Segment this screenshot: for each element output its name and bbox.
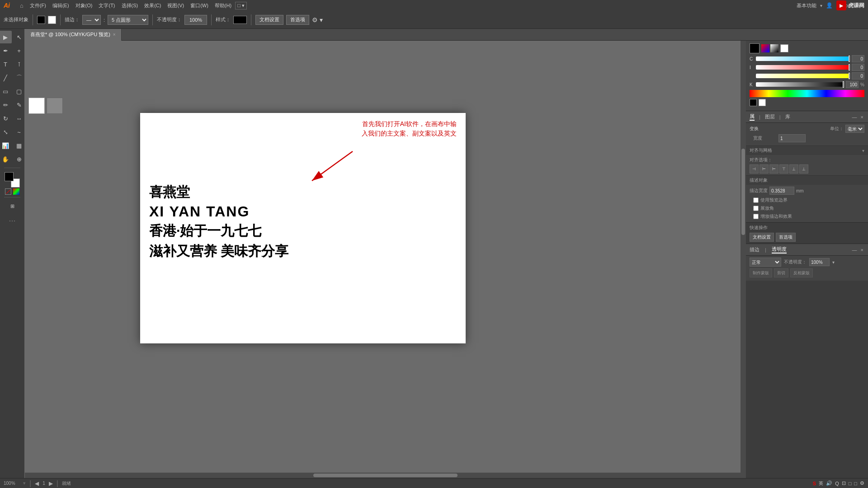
monitor-icon2[interactable]: □: [849, 481, 852, 486]
black-swatch[interactable]: [750, 99, 757, 106]
zoom-tool[interactable]: ⊕: [13, 153, 25, 165]
arc-tool[interactable]: ⌒: [13, 71, 25, 84]
toolbar-opacity-input[interactable]: [184, 15, 207, 25]
make-mask-btn[interactable]: 制作蒙版: [750, 268, 772, 277]
fg-bg-swatches[interactable]: [5, 172, 20, 188]
y-value-input[interactable]: [852, 72, 864, 80]
main-text-line3[interactable]: 香港·始于一九七七: [149, 222, 288, 240]
align-expand-icon[interactable]: ▾: [862, 148, 864, 153]
gradient-color-btn[interactable]: [13, 188, 19, 195]
main-text-line1[interactable]: 喜燕堂: [149, 183, 288, 202]
warp-tool[interactable]: ~: [13, 126, 25, 138]
opacity-input[interactable]: [809, 258, 830, 266]
c-slider-handle[interactable]: [849, 56, 850, 62]
selection-tool[interactable]: ▶: [0, 31, 12, 43]
c-value-input[interactable]: [852, 55, 864, 62]
horizontal-scrollbar[interactable]: [25, 473, 746, 478]
align-center-h-btn[interactable]: ⊢: [760, 164, 769, 174]
corner-weight-input[interactable]: [769, 187, 794, 195]
toolbar-prefs-btn[interactable]: 首选项: [286, 15, 309, 25]
toolbar-brush-type[interactable]: 5 点圆形: [108, 15, 148, 25]
brush-tool[interactable]: ✏: [0, 99, 12, 111]
menu-effects[interactable]: 效果(C): [142, 1, 164, 10]
home-icon[interactable]: ⌂: [20, 2, 24, 9]
zoom-input[interactable]: [4, 481, 19, 486]
preview-bounds-cb[interactable]: [753, 197, 759, 203]
monitor-icon1[interactable]: ⊡: [842, 480, 846, 486]
more-tools-btn[interactable]: …: [9, 215, 16, 223]
tab-close-btn[interactable]: ×: [113, 32, 116, 37]
toolbar-stroke-select[interactable]: —: [82, 15, 101, 25]
blend-mode-select[interactable]: 正常: [750, 258, 781, 267]
align-right-btn[interactable]: ⊢: [769, 164, 778, 174]
color-preview-white[interactable]: [28, 98, 45, 114]
page-next-btn[interactable]: ▶: [49, 480, 53, 487]
taskbar-icon[interactable]: □: [854, 481, 857, 486]
m-slider-handle[interactable]: [849, 64, 850, 70]
layers-tab[interactable]: 图层: [765, 113, 775, 120]
color-spectrum[interactable]: [750, 90, 864, 97]
settings-icon[interactable]: ⚙: [860, 480, 864, 486]
expand-corners-cb[interactable]: [753, 206, 759, 211]
toolbar-doc-setup-btn[interactable]: 文档设置: [255, 15, 283, 25]
direct-select-tool[interactable]: ↖: [13, 31, 25, 43]
menu-view[interactable]: 视图(V): [165, 1, 187, 10]
white-swatch[interactable]: [759, 99, 766, 106]
y-slider-handle[interactable]: [849, 73, 850, 79]
none-fill-icon[interactable]: [780, 44, 788, 52]
v-scrollbar-thumb[interactable]: [741, 149, 745, 235]
trans-panel-collapse[interactable]: —: [851, 246, 858, 253]
gradient-icon[interactable]: [761, 44, 769, 52]
m-value-input[interactable]: [852, 64, 864, 71]
menu-select[interactable]: 选择(S): [119, 1, 141, 10]
rounded-rect-tool[interactable]: ▢: [13, 85, 25, 98]
color-mode-icon[interactable]: [750, 43, 760, 53]
input-method-icon[interactable]: 英: [819, 480, 823, 487]
align-top-btn[interactable]: ⊤: [779, 164, 788, 174]
workspace-label[interactable]: 基本功能: [797, 2, 816, 9]
pencil-tool[interactable]: ✎: [13, 99, 25, 111]
k-value-input[interactable]: [846, 81, 859, 88]
zoom-dropdown-arrow[interactable]: ▾: [23, 480, 26, 486]
toolbar-extra-icon[interactable]: ⚙ ▾: [312, 16, 323, 23]
vertical-scrollbar[interactable]: [741, 41, 746, 473]
properties-tab[interactable]: 属: [750, 113, 755, 121]
k-slider-handle[interactable]: [843, 81, 844, 88]
page-prev-btn[interactable]: ◀: [35, 480, 39, 487]
pen-tool[interactable]: ✒: [0, 44, 12, 57]
artboard-tool[interactable]: ⊞: [2, 200, 22, 212]
reflect-tool[interactable]: ↔: [13, 112, 25, 125]
no-color-btn[interactable]: [5, 188, 11, 195]
transparency-tab[interactable]: 透明度: [772, 246, 787, 253]
search-icon[interactable]: Q: [835, 481, 839, 486]
menu-object[interactable]: 对象(O): [73, 1, 95, 10]
scale-tool[interactable]: ⤡: [0, 126, 12, 138]
main-text-line2[interactable]: XI YAN TANG: [149, 203, 288, 220]
menu-help[interactable]: 帮助(H): [212, 1, 234, 10]
hand-tool[interactable]: ✋: [0, 153, 12, 165]
tab-active[interactable]: 喜燕堂* @ 100% (CMYK/GPU 预览) ×: [25, 29, 122, 41]
h-scrollbar-thumb[interactable]: [313, 474, 458, 477]
prefs-quick-btn[interactable]: 首选项: [776, 233, 796, 242]
menu-text[interactable]: 文字(T): [96, 1, 118, 10]
color-preview-gray[interactable]: [47, 98, 63, 114]
sound-icon[interactable]: 🔊: [826, 480, 832, 486]
invert-btn[interactable]: 反相蒙版: [790, 268, 813, 277]
add-anchor-tool[interactable]: +: [13, 44, 25, 57]
align-bottom-btn[interactable]: ⊥: [799, 164, 808, 174]
type-tool[interactable]: T: [0, 58, 12, 70]
toolbar-style-swatch[interactable]: [233, 16, 247, 24]
toolbar-fill-color[interactable]: [48, 16, 56, 24]
width-input[interactable]: [778, 134, 806, 142]
props-panel-close[interactable]: ×: [860, 113, 864, 121]
area-type-tool[interactable]: ⊺: [13, 58, 25, 70]
libraries-tab[interactable]: 库: [785, 113, 790, 120]
menu-file[interactable]: 文件(F): [27, 1, 49, 10]
main-text-line4[interactable]: 滋补又营养 美味齐分享: [149, 242, 288, 261]
graph-tool[interactable]: 📊: [0, 139, 12, 152]
align-left-btn[interactable]: ⊣: [750, 164, 759, 174]
align-center-v-btn[interactable]: ⊥: [789, 164, 798, 174]
grayscale-icon[interactable]: [770, 44, 778, 52]
props-panel-collapse[interactable]: —: [851, 113, 858, 121]
menu-window[interactable]: 窗口(W): [188, 1, 211, 10]
